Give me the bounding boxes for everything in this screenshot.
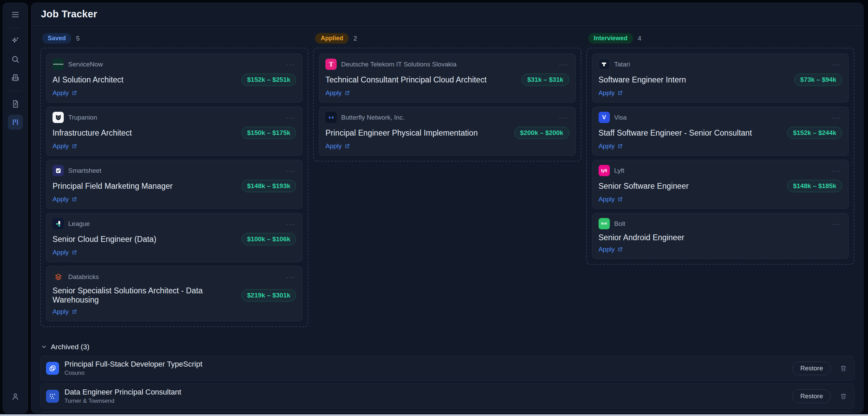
salary-badge: $148k – $193k <box>241 180 296 192</box>
job-title: Staff Software Engineer - Senior Consult… <box>599 128 752 138</box>
salary-badge: $152k – $244k <box>787 127 842 139</box>
documents-icon[interactable] <box>8 96 23 111</box>
card-menu-button[interactable]: ··· <box>284 168 296 173</box>
trash-icon[interactable] <box>840 365 847 372</box>
job-card[interactable]: Bolt Bolt ··· Senior Android Engineer Ap… <box>592 213 849 259</box>
job-title: Principal Field Marketing Manager <box>53 182 173 191</box>
external-link-icon <box>617 247 623 252</box>
restore-button[interactable]: Restore <box>792 361 831 375</box>
card-menu-button[interactable]: ··· <box>830 221 842 226</box>
dropzone-saved: servicenow ServiceNow ··· AI Solution Ar… <box>40 48 308 327</box>
card-menu-button[interactable]: ··· <box>284 275 296 279</box>
card-menu-button[interactable]: ··· <box>558 115 569 120</box>
external-link-icon <box>72 143 77 149</box>
company-name: Butterfly Network, Inc. <box>341 114 553 121</box>
company-name: Lyft <box>614 167 826 174</box>
job-card[interactable]: V Visa ··· Staff Software Engineer - Sen… <box>592 107 849 156</box>
status-badge: Saved <box>42 33 71 44</box>
apply-link[interactable]: Apply <box>325 89 350 97</box>
job-title: Senior Specialist Solutions Architect - … <box>53 286 233 305</box>
job-title: Senior Software Engineer <box>599 182 689 191</box>
job-card[interactable]: lyft Lyft ··· Senior Software Engineer $… <box>592 160 849 209</box>
external-link-icon <box>72 309 77 314</box>
job-card[interactable]: Butterfly Network, Inc. ··· Principal En… <box>319 107 575 156</box>
salary-badge: $31k – $31k <box>521 74 569 86</box>
archived-toggle[interactable]: Archived (3) <box>41 343 854 351</box>
job-tracker-board-icon[interactable] <box>8 115 23 130</box>
restore-button[interactable]: Restore <box>792 389 831 403</box>
salary-badge: $150k – $175k <box>241 127 296 139</box>
smartsheet-logo <box>53 165 64 176</box>
card-menu-button[interactable]: ··· <box>284 115 296 120</box>
apply-link[interactable]: Apply <box>599 89 623 97</box>
external-link-icon <box>617 90 623 96</box>
company-name: ServiceNow <box>68 61 280 68</box>
apply-link[interactable]: Apply <box>53 196 77 203</box>
card-menu-button[interactable]: ··· <box>830 115 842 120</box>
apply-link[interactable]: Apply <box>599 246 623 253</box>
card-menu-button[interactable]: ··· <box>830 168 842 173</box>
league-logo <box>53 218 64 229</box>
job-card[interactable]: servicenow ServiceNow ··· AI Solution Ar… <box>46 53 303 103</box>
archived-row: Q Senior Full-Stack Software Engineer Qo… <box>40 412 854 413</box>
apply-link[interactable]: Apply <box>53 89 77 97</box>
job-card[interactable]: T Deutsche Telekom IT Solutions Slovakia… <box>319 53 575 103</box>
archived-row: Data Engineer Principal Consultant Turne… <box>40 384 854 409</box>
column-interviewed: Interviewed 4 Tatari ··· <box>586 33 854 265</box>
apply-link[interactable]: Apply <box>325 142 350 150</box>
visa-logo: V <box>599 112 610 123</box>
card-menu-button[interactable]: ··· <box>558 62 569 67</box>
servicenow-logo: servicenow <box>53 59 64 70</box>
search-icon[interactable] <box>8 52 23 67</box>
apply-link[interactable]: Apply <box>53 249 77 256</box>
archived-company: Cosuno <box>64 370 787 376</box>
archived-job-title: Data Engineer Principal Consultant <box>64 388 787 397</box>
company-name: Smartsheet <box>68 167 280 174</box>
apply-link[interactable]: Apply <box>53 142 77 150</box>
app-shell: Job Tracker Saved 5 <box>3 3 864 413</box>
companies-icon[interactable] <box>8 70 23 85</box>
page-title: Job Tracker <box>41 9 97 20</box>
company-name: Tatari <box>614 61 826 68</box>
archived-row: Principal Full-Stack Developer TypeScrip… <box>40 356 854 381</box>
column-count: 4 <box>638 35 642 42</box>
salary-badge: $219k – $301k <box>241 289 296 302</box>
salary-badge: $100k – $106k <box>241 233 296 245</box>
sidebar <box>3 3 28 413</box>
job-title: Software Engineer Intern <box>599 75 686 84</box>
external-link-icon <box>617 197 623 202</box>
card-menu-button[interactable]: ··· <box>284 62 296 67</box>
trash-icon[interactable] <box>840 392 847 400</box>
archived-title: Archived (3) <box>51 343 89 351</box>
external-link-icon <box>617 143 623 149</box>
job-card[interactable]: League ··· Senior Cloud Engineer (Data) … <box>46 213 303 262</box>
menu-icon[interactable] <box>8 7 23 22</box>
salary-badge: $200k – $200k <box>514 127 569 139</box>
status-badge: Interviewed <box>588 33 633 44</box>
external-link-icon <box>344 90 350 96</box>
external-link-icon <box>344 143 350 149</box>
apply-link[interactable]: Apply <box>599 196 623 203</box>
job-card[interactable]: Smartsheet ··· Principal Field Marketing… <box>46 160 303 209</box>
ai-sparkles-icon[interactable] <box>8 33 23 48</box>
column-applied: Applied 2 T Deutsche Telekom IT Solution… <box>313 33 581 161</box>
job-card[interactable]: Tatari ··· Software Engineer Intern $73k… <box>592 53 849 103</box>
apply-link[interactable]: Apply <box>53 308 77 315</box>
company-name: Trupanion <box>68 114 280 121</box>
job-card[interactable]: Trupanion ··· Infrastructure Architect $… <box>46 107 303 156</box>
column-saved: Saved 5 servicenow ServiceNow ··· <box>40 33 308 327</box>
card-menu-button[interactable]: ··· <box>830 62 842 67</box>
external-link-icon <box>72 250 77 255</box>
archived-company: Turner & Townsend <box>64 398 787 404</box>
lyft-logo: lyft <box>599 165 610 176</box>
apply-link[interactable]: Apply <box>599 142 623 150</box>
databricks-logo <box>53 271 64 282</box>
archived-section: Archived (3) Principal Full-Stack Develo… <box>40 343 854 413</box>
profile-icon[interactable] <box>8 389 23 404</box>
trupanion-logo <box>53 112 64 123</box>
company-name: Databricks <box>68 273 280 281</box>
job-card[interactable]: Databricks ··· Senior Specialist Solutio… <box>46 266 303 321</box>
job-title: Technical Consultant Principal Cloud Arc… <box>325 75 487 84</box>
tatari-logo <box>599 59 610 70</box>
card-menu-button[interactable]: ··· <box>284 221 296 226</box>
